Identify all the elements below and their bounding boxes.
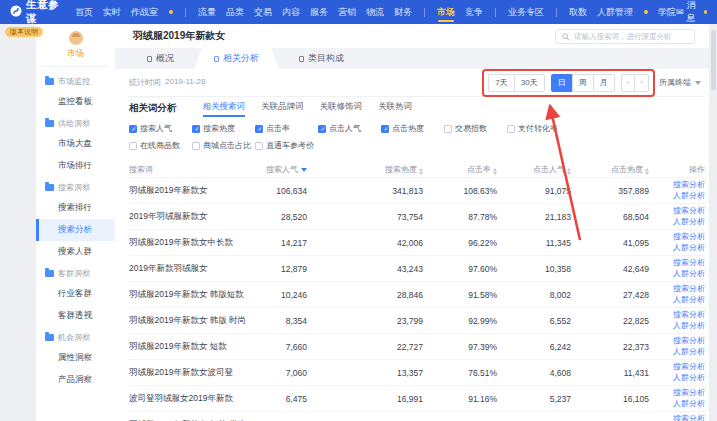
sidebar-item-2-2[interactable]: 搜索人群 — [36, 241, 115, 263]
metric-checkbox-row2-2[interactable]: 直通车参考价 — [255, 140, 318, 151]
nav-item-19[interactable]: 人群管理 — [597, 0, 633, 24]
sub-tab-2[interactable]: 关联修饰词 — [320, 101, 363, 115]
nav-item-1[interactable]: 实时 — [103, 0, 121, 24]
tab-1[interactable]: 相关分析 — [194, 48, 279, 69]
tab-0[interactable]: 概况 — [127, 48, 194, 69]
sub-tab-3[interactable]: 关联热词 — [378, 101, 412, 115]
column-header-2[interactable]: 搜索热度 — [309, 164, 425, 175]
column-header-3[interactable]: 点击率 — [425, 164, 499, 175]
nav-item-0[interactable]: 首页 — [75, 0, 93, 24]
terminal-dropdown[interactable]: 所属终端 — [659, 77, 701, 88]
crowd-analysis-link[interactable]: 人群分析 — [651, 399, 705, 409]
crowd-analysis-link[interactable]: 人群分析 — [651, 321, 705, 331]
search-analysis-link[interactable]: 搜索分析 — [651, 362, 705, 372]
nav-item-9[interactable]: 营销 — [338, 0, 356, 24]
sidebar-item-1-0[interactable]: 市场大盘 — [36, 133, 115, 155]
metric-checkbox-row1-3[interactable]: 点击人气 — [318, 123, 381, 134]
checkbox-icon[interactable] — [444, 125, 452, 133]
version-badge[interactable]: 版本说明 — [5, 27, 43, 37]
sidebar-item-2-0[interactable]: 搜索排行 — [36, 197, 115, 219]
brand[interactable]: 生意参谋 — [10, 0, 61, 26]
crowd-analysis-link[interactable]: 人群分析 — [651, 217, 705, 227]
crowd-analysis-link[interactable]: 人群分析 — [651, 295, 705, 305]
nav-item-10[interactable]: 物流 — [366, 0, 384, 24]
search-analysis-link[interactable]: 搜索分析 — [651, 414, 705, 421]
sidebar-group-0[interactable]: 市场监控 — [36, 71, 115, 91]
nav-item-8[interactable]: 服务 — [310, 0, 328, 24]
search-analysis-link[interactable]: 搜索分析 — [651, 258, 705, 268]
sidebar-item-3-1[interactable]: 客群透视 — [36, 305, 115, 327]
workspace-header[interactable]: 市场 — [42, 24, 109, 67]
sidebar-group-4[interactable]: 机会洞察 — [36, 327, 115, 347]
tab-2[interactable]: 类目构成 — [279, 48, 364, 69]
nav-item-13[interactable]: 市场 — [437, 0, 455, 24]
messages-entry[interactable]: ✉ 消息 — [676, 0, 707, 25]
date-button-0-0[interactable]: 7天 — [488, 74, 514, 92]
search-analysis-link[interactable]: 搜索分析 — [651, 388, 705, 398]
sidebar-item-4-1[interactable]: 产品洞察 — [36, 369, 115, 391]
date-button-0-1[interactable]: 30天 — [514, 74, 545, 92]
crowd-analysis-link[interactable]: 人群分析 — [651, 373, 705, 383]
checkbox-icon[interactable] — [255, 142, 263, 150]
nav-item-20[interactable]: 学院 — [658, 0, 676, 24]
column-header-5[interactable]: 点击热度 — [573, 164, 651, 175]
scrollbar-thumb[interactable] — [711, 30, 716, 90]
metric-checkbox-row1-6[interactable]: 支付转化率 — [507, 123, 570, 134]
sidebar-item-0-0[interactable]: 监控看板 — [36, 91, 115, 113]
search-analysis-link[interactable]: 搜索分析 — [651, 232, 705, 242]
metric-checkbox-row2-1[interactable]: 商城点击占比 — [192, 140, 255, 151]
sidebar-group-1[interactable]: 供给洞察 — [36, 113, 115, 133]
column-header-1[interactable]: 搜索人气 — [259, 164, 309, 175]
nav-item-4[interactable]: 流量 — [198, 0, 216, 24]
checkbox-icon[interactable] — [381, 125, 389, 133]
sidebar-group-2[interactable]: 搜索洞察 — [36, 177, 115, 197]
nav-item-5[interactable]: 品类 — [226, 0, 244, 24]
search-analysis-link[interactable]: 搜索分析 — [651, 206, 705, 216]
date-button-1-1[interactable]: 周 — [572, 74, 594, 92]
metric-checkbox-row1-0[interactable]: 搜索人气 — [129, 123, 192, 134]
nav-item-6[interactable]: 交易 — [254, 0, 272, 24]
metric-checkbox-row1-2[interactable]: 点击率 — [255, 123, 318, 134]
metric-checkbox-row1-4[interactable]: 点击热度 — [381, 123, 444, 134]
scrollbar-track[interactable] — [709, 24, 717, 421]
metric-cell: 91.16% — [425, 394, 499, 404]
sidebar-item-4-0[interactable]: 属性洞察 — [36, 347, 115, 369]
checkbox-icon[interactable] — [129, 142, 137, 150]
date-button-1-0[interactable]: 日 — [551, 74, 573, 92]
checkbox-icon[interactable] — [255, 125, 263, 133]
search-analysis-link[interactable]: 搜索分析 — [651, 336, 705, 346]
nav-item-2[interactable]: 作战室 — [131, 0, 158, 24]
metric-checkbox-row2-0[interactable]: 在线商品数 — [129, 140, 192, 151]
nav-item-18[interactable]: 取数 — [569, 0, 587, 24]
nav-item-11[interactable]: 财务 — [394, 0, 412, 24]
search-analysis-link[interactable]: 搜索分析 — [651, 310, 705, 320]
crowd-analysis-link[interactable]: 人群分析 — [651, 269, 705, 279]
sub-tabs: 相关搜索词关联品牌词关联修饰词关联热词 — [203, 101, 413, 115]
date-button-2-1[interactable]: › — [634, 74, 649, 92]
date-button-2-0[interactable]: ‹ — [621, 74, 636, 92]
checkbox-icon[interactable] — [129, 125, 137, 133]
sidebar-item-1-1[interactable]: 市场排行 — [36, 155, 115, 177]
nav-item-7[interactable]: 内容 — [282, 0, 300, 24]
sidebar-item-3-0[interactable]: 行业客群 — [36, 283, 115, 305]
column-header-4[interactable]: 点击人气 — [499, 164, 573, 175]
sub-tab-0[interactable]: 相关搜索词 — [203, 101, 246, 115]
search-analysis-link[interactable]: 搜索分析 — [651, 284, 705, 294]
nav-item-16[interactable]: 业务专区 — [508, 0, 544, 24]
checkbox-icon[interactable] — [192, 142, 200, 150]
crowd-analysis-link[interactable]: 人群分析 — [651, 191, 705, 201]
search-input[interactable] — [574, 32, 688, 41]
sub-tab-1[interactable]: 关联品牌词 — [261, 101, 304, 115]
crowd-analysis-link[interactable]: 人群分析 — [651, 347, 705, 357]
crowd-analysis-link[interactable]: 人群分析 — [651, 243, 705, 253]
checkbox-icon[interactable] — [507, 125, 515, 133]
date-button-1-2[interactable]: 月 — [593, 74, 615, 92]
search-analysis-link[interactable]: 搜索分析 — [651, 180, 705, 190]
nav-item-14[interactable]: 竞争 — [465, 0, 483, 24]
sidebar-group-3[interactable]: 客群洞察 — [36, 263, 115, 283]
checkbox-icon[interactable] — [192, 125, 200, 133]
sidebar-item-2-1[interactable]: 搜索分析 — [36, 219, 115, 241]
metric-checkbox-row1-1[interactable]: 搜索热度 — [192, 123, 255, 134]
checkbox-icon[interactable] — [318, 125, 326, 133]
metric-checkbox-row1-5[interactable]: 交易指数 — [444, 123, 507, 134]
